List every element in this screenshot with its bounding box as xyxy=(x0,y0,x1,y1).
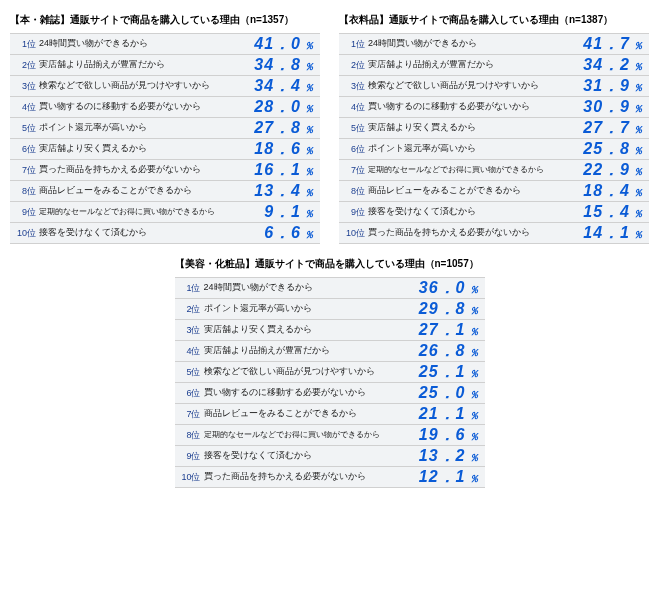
rank-cell: 6位 xyxy=(10,143,39,156)
reason-label: 商品レビューをみることができるから xyxy=(368,186,563,195)
chart-title: 【衣料品】通販サイトで商品を購入している理由（n=1387） xyxy=(339,10,649,33)
value-cell: 27．7％ xyxy=(563,118,649,139)
table-row: 3位検索などで欲しい商品が見つけやすいから31．9％ xyxy=(339,75,649,96)
reason-label: 24時間買い物ができるから xyxy=(39,39,234,48)
reason-label: ポイント還元率が高いから xyxy=(368,144,563,153)
percent-value: 15．4 xyxy=(583,202,630,223)
percent-unit: ％ xyxy=(633,186,643,200)
reason-label: 買った商品を持ちかえる必要がないから xyxy=(368,228,563,237)
percent-unit: ％ xyxy=(469,472,479,486)
rank-cell: 4位 xyxy=(10,101,39,114)
table-row: 4位買い物するのに移動する必要がないから28．0％ xyxy=(10,96,320,117)
table-row: 1位24時間買い物ができるから41．0％ xyxy=(10,33,320,54)
value-cell: 41．0％ xyxy=(234,34,320,55)
table-row: 7位商品レビューをみることができるから21．1％ xyxy=(175,403,485,424)
value-cell: 14．1％ xyxy=(563,223,649,244)
table-row: 9位接客を受けなくて済むから13．2％ xyxy=(175,445,485,466)
percent-value: 18．6 xyxy=(254,139,301,160)
table-row: 4位買い物するのに移動する必要がないから30．9％ xyxy=(339,96,649,117)
percent-unit: ％ xyxy=(633,102,643,116)
percent-value: 31．9 xyxy=(583,76,630,97)
rank-cell: 5位 xyxy=(339,122,368,135)
reason-label: 買い物するのに移動する必要がないから xyxy=(368,102,563,111)
value-cell: 25．0％ xyxy=(399,383,485,404)
percent-unit: ％ xyxy=(469,409,479,423)
value-cell: 18．4％ xyxy=(563,181,649,202)
percent-unit: ％ xyxy=(633,207,643,221)
percent-unit: ％ xyxy=(304,102,314,116)
rank-cell: 7位 xyxy=(339,164,368,177)
percent-unit: ％ xyxy=(469,430,479,444)
percent-value: 34．8 xyxy=(254,55,301,76)
value-cell: 27．1％ xyxy=(399,320,485,341)
value-cell: 13．2％ xyxy=(399,446,485,467)
percent-unit: ％ xyxy=(304,39,314,53)
reason-label: 定期的なセールなどでお得に買い物ができるから xyxy=(204,431,399,439)
rank-cell: 10位 xyxy=(175,471,204,484)
reason-label: 検索などで欲しい商品が見つけやすいから xyxy=(368,81,563,90)
percent-unit: ％ xyxy=(633,123,643,137)
reason-label: 実店舗より安く買えるから xyxy=(368,123,563,132)
percent-value: 27．1 xyxy=(419,320,466,341)
reason-label: 商品レビューをみることができるから xyxy=(39,186,234,195)
percent-value: 14．1 xyxy=(583,223,630,244)
percent-unit: ％ xyxy=(469,325,479,339)
chart-clothing: 【衣料品】通販サイトで商品を購入している理由（n=1387）1位24時間買い物が… xyxy=(339,10,649,244)
reason-label: ポイント還元率が高いから xyxy=(204,304,399,313)
percent-unit: ％ xyxy=(304,123,314,137)
percent-unit: ％ xyxy=(304,60,314,74)
table-row: 8位商品レビューをみることができるから13．4％ xyxy=(10,180,320,201)
percent-value: 26．8 xyxy=(419,341,466,362)
rank-cell: 9位 xyxy=(10,206,39,219)
percent-unit: ％ xyxy=(304,207,314,221)
reason-label: 接客を受けなくて済むから xyxy=(368,207,563,216)
reason-label: 接客を受けなくて済むから xyxy=(39,228,234,237)
percent-unit: ％ xyxy=(633,81,643,95)
rank-cell: 2位 xyxy=(10,59,39,72)
value-cell: 18．6％ xyxy=(234,139,320,160)
value-cell: 21．1％ xyxy=(399,404,485,425)
percent-value: 25．1 xyxy=(419,362,466,383)
value-cell: 30．9％ xyxy=(563,97,649,118)
reason-label: 買った商品を持ちかえる必要がないから xyxy=(39,165,234,174)
table-row: 4位実店舗より品揃えが豊富だから26．8％ xyxy=(175,340,485,361)
rank-cell: 8位 xyxy=(175,429,204,442)
percent-unit: ％ xyxy=(469,388,479,402)
percent-unit: ％ xyxy=(633,228,643,242)
table-row: 7位定期的なセールなどでお得に買い物ができるから22．9％ xyxy=(339,159,649,180)
value-cell: 6．6％ xyxy=(234,223,320,244)
table-row: 2位実店舗より品揃えが豊富だから34．2％ xyxy=(339,54,649,75)
rank-cell: 2位 xyxy=(175,303,204,316)
table-row: 9位接客を受けなくて済むから15．4％ xyxy=(339,201,649,222)
percent-value: 25．0 xyxy=(419,383,466,404)
table-row: 6位実店舗より安く買えるから18．6％ xyxy=(10,138,320,159)
percent-value: 34．4 xyxy=(254,76,301,97)
percent-value: 25．8 xyxy=(583,139,630,160)
reason-label: 実店舗より品揃えが豊富だから xyxy=(204,346,399,355)
value-cell: 27．8％ xyxy=(234,118,320,139)
value-cell: 19．6％ xyxy=(399,425,485,446)
value-cell: 29．8％ xyxy=(399,299,485,320)
value-cell: 34．4％ xyxy=(234,76,320,97)
reason-label: 買い物するのに移動する必要がないから xyxy=(204,388,399,397)
rank-cell: 5位 xyxy=(10,122,39,135)
reason-label: 実店舗より品揃えが豊富だから xyxy=(368,60,563,69)
table-row: 5位実店舗より安く買えるから27．7％ xyxy=(339,117,649,138)
percent-value: 12．1 xyxy=(419,467,466,488)
rank-cell: 9位 xyxy=(175,450,204,463)
chart-title: 【本・雑誌】通販サイトで商品を購入している理由（n=1357） xyxy=(10,10,320,33)
percent-unit: ％ xyxy=(304,165,314,179)
rank-cell: 10位 xyxy=(10,227,39,240)
rank-cell: 1位 xyxy=(10,38,39,51)
rank-cell: 3位 xyxy=(10,80,39,93)
table-row: 9位定期的なセールなどでお得に買い物ができるから9．1％ xyxy=(10,201,320,222)
rank-cell: 2位 xyxy=(339,59,368,72)
value-cell: 26．8％ xyxy=(399,341,485,362)
rank-cell: 9位 xyxy=(339,206,368,219)
chart-title: 【美容・化粧品】通販サイトで商品を購入している理由（n=1057） xyxy=(175,254,485,277)
percent-unit: ％ xyxy=(469,283,479,297)
rank-cell: 3位 xyxy=(175,324,204,337)
percent-value: 30．9 xyxy=(583,97,630,118)
reason-label: 実店舗より安く買えるから xyxy=(204,325,399,334)
value-cell: 12．1％ xyxy=(399,467,485,488)
